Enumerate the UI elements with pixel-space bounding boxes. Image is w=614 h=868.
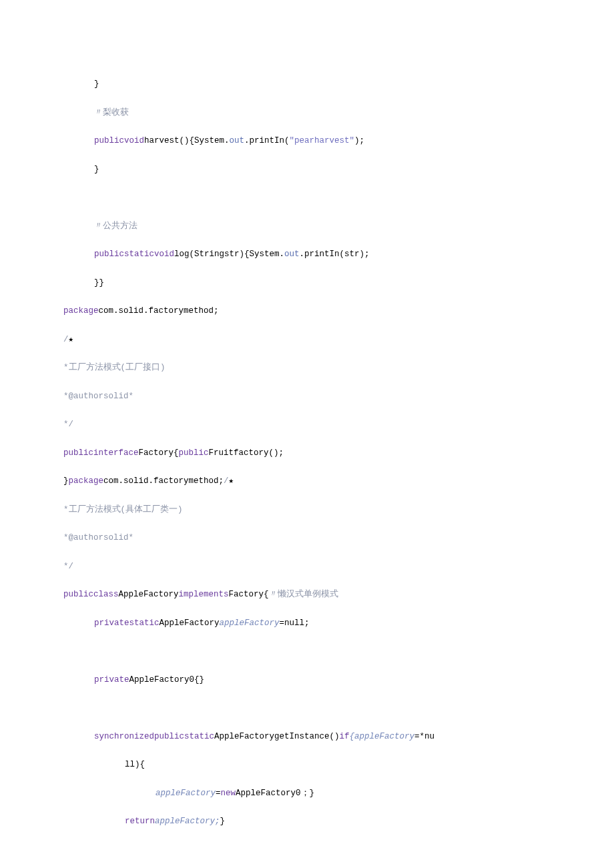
code-line: */ bbox=[63, 418, 551, 432]
code-line: packagecom.solid.factorymethod; bbox=[63, 304, 551, 318]
code-line: }packagecom.solid.factorymethod;/★ bbox=[63, 474, 551, 488]
code-line: } bbox=[63, 77, 551, 91]
code-line: publicstaticvoidlog(Stringstr){System.ou… bbox=[63, 248, 551, 262]
code-line: */ bbox=[63, 560, 551, 574]
code-line: }} bbox=[63, 276, 551, 290]
code-line: 〃公共方法 bbox=[63, 220, 551, 234]
code-line: *@authorsolid* bbox=[63, 390, 551, 404]
code-line: publicinterfaceFactory{publicFruitfactor… bbox=[63, 446, 551, 460]
code-line: *工厂方法模式(具体工厂类一) bbox=[63, 503, 551, 517]
code-line: } bbox=[63, 163, 551, 177]
code-line: synchronizedpublicstaticAppleFactorygetI… bbox=[63, 730, 551, 744]
code-line: /★ bbox=[63, 333, 551, 347]
code-line: privateAppleFactory0{} bbox=[63, 673, 551, 687]
code-line: *@authorsolid* bbox=[63, 531, 551, 545]
code-line: returnappleFactory;} bbox=[63, 815, 551, 829]
code-line: *工厂方法模式(工厂接口) bbox=[63, 361, 551, 375]
code-line: 〃梨收获 bbox=[63, 106, 551, 120]
code-line: publicvoidharvest(){System.out.printIn("… bbox=[63, 134, 551, 148]
code-line: publicclassAppleFactoryimplementsFactory… bbox=[63, 588, 551, 602]
code-document: } 〃梨收获 publicvoidharvest(){System.out.pr… bbox=[63, 63, 551, 868]
code-line: privatestaticAppleFactoryappleFactory=nu… bbox=[63, 616, 551, 630]
code-line: appleFactory=newAppleFactory0；} bbox=[63, 787, 551, 801]
code-line: ll){ bbox=[63, 758, 551, 772]
